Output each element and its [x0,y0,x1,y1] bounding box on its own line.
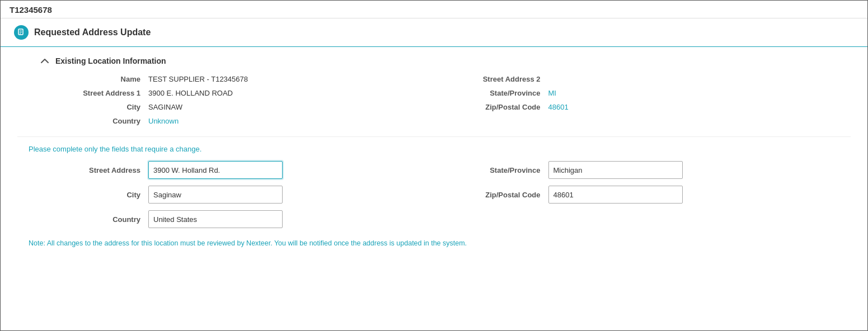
city-row: City SAGINAW [51,103,451,111]
state-form-row: State/Province [451,161,851,179]
state-label: State/Province [451,89,541,97]
city-input[interactable] [148,186,283,204]
city-label: City [51,103,140,111]
street-address-row: Street Address [51,161,451,179]
street1-value: 3900 E. HOLLAND ROAD [148,89,233,97]
country-label: Country [51,117,140,125]
instruction-text: Please complete only the fields that req… [17,145,851,153]
city-form-row: City [51,186,451,204]
state-input[interactable] [548,161,683,179]
zip-value: 48601 [548,103,569,111]
document-icon [14,25,29,40]
state-row: State/Province MI [451,89,851,97]
zip-input[interactable] [548,186,683,204]
section-header: Requested Address Update [1,18,867,47]
top-bar: T12345678 [1,1,867,18]
state-value: MI [548,89,556,97]
street1-label: Street Address 1 [51,89,140,97]
existing-info-grid: Name TEST SUPPLIER - T12345678 Street Ad… [17,75,851,125]
section-title: Requested Address Update [34,27,151,37]
country-form-row: Country [51,210,451,228]
note-text: Note: All changes to the address for thi… [17,239,851,247]
country-value: Unknown [148,117,179,125]
zip-form-label: Zip/Postal Code [451,191,541,199]
state-form-label: State/Province [451,166,541,174]
collapse-chevron-icon[interactable] [40,56,50,66]
subsection-title: Existing Location Information [55,56,166,65]
city-value: SAGINAW [148,103,182,111]
existing-info-left: Name TEST SUPPLIER - T12345678 Street Ad… [51,75,451,125]
country-form-label: Country [51,215,140,224]
form-right: State/Province Zip/Postal Code [451,161,851,228]
divider [17,136,851,137]
name-value: TEST SUPPLIER - T12345678 [148,75,248,83]
street-address-label: Street Address [51,166,140,174]
street2-label: Street Address 2 [451,75,541,83]
country-row: Country Unknown [51,117,451,125]
zip-label: Zip/Postal Code [451,103,541,111]
country-input[interactable] [148,210,283,228]
form-grid: Street Address City Country State/Provin… [17,161,851,228]
street2-row: Street Address 2 [451,75,851,83]
subsection-header: Existing Location Information [17,56,851,66]
page-title: T12345678 [10,5,52,15]
existing-info-right: Street Address 2 State/Province MI Zip/P… [451,75,851,125]
content-area: Existing Location Information Name TEST … [1,47,867,256]
zip-row: Zip/Postal Code 48601 [451,103,851,111]
street-address-input[interactable] [148,161,283,179]
name-label: Name [51,75,140,83]
form-left: Street Address City Country [51,161,451,228]
city-form-label: City [51,191,140,199]
name-row: Name TEST SUPPLIER - T12345678 [51,75,451,83]
street1-row: Street Address 1 3900 E. HOLLAND ROAD [51,89,451,97]
zip-form-row: Zip/Postal Code [451,186,851,204]
